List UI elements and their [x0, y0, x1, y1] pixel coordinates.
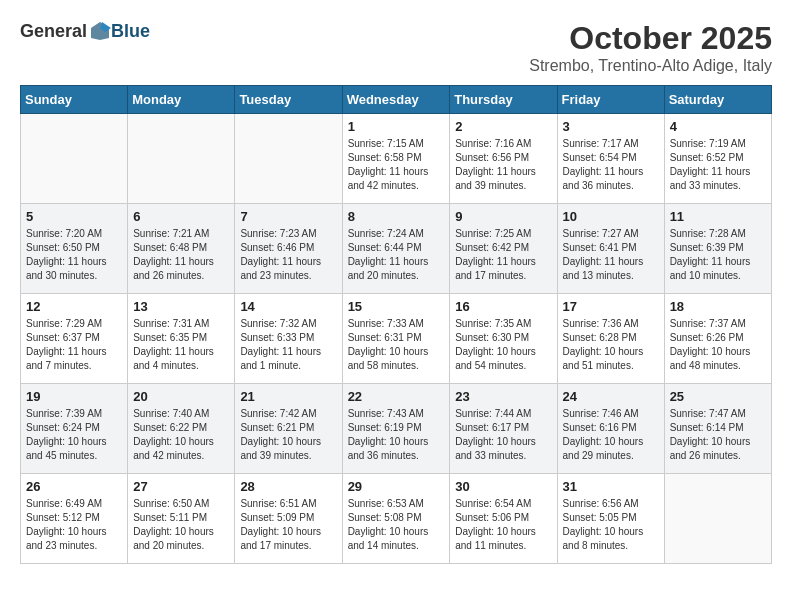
calendar-day-cell: 23Sunrise: 7:44 AM Sunset: 6:17 PM Dayli… [450, 384, 557, 474]
day-info: Sunrise: 7:47 AM Sunset: 6:14 PM Dayligh… [670, 407, 766, 463]
day-info: Sunrise: 6:49 AM Sunset: 5:12 PM Dayligh… [26, 497, 122, 553]
day-number: 11 [670, 209, 766, 224]
page-header: General Blue October 2025 Strembo, Trent… [20, 20, 772, 75]
calendar-day-cell: 20Sunrise: 7:40 AM Sunset: 6:22 PM Dayli… [128, 384, 235, 474]
calendar-day-cell: 4Sunrise: 7:19 AM Sunset: 6:52 PM Daylig… [664, 114, 771, 204]
month-title: October 2025 [529, 20, 772, 57]
calendar-day-cell: 16Sunrise: 7:35 AM Sunset: 6:30 PM Dayli… [450, 294, 557, 384]
day-info: Sunrise: 7:40 AM Sunset: 6:22 PM Dayligh… [133, 407, 229, 463]
day-number: 6 [133, 209, 229, 224]
day-info: Sunrise: 6:50 AM Sunset: 5:11 PM Dayligh… [133, 497, 229, 553]
day-number: 2 [455, 119, 551, 134]
calendar-day-cell: 5Sunrise: 7:20 AM Sunset: 6:50 PM Daylig… [21, 204, 128, 294]
day-number: 3 [563, 119, 659, 134]
calendar-day-cell: 18Sunrise: 7:37 AM Sunset: 6:26 PM Dayli… [664, 294, 771, 384]
day-number: 15 [348, 299, 445, 314]
day-info: Sunrise: 7:20 AM Sunset: 6:50 PM Dayligh… [26, 227, 122, 283]
day-info: Sunrise: 7:27 AM Sunset: 6:41 PM Dayligh… [563, 227, 659, 283]
day-info: Sunrise: 7:15 AM Sunset: 6:58 PM Dayligh… [348, 137, 445, 193]
day-number: 30 [455, 479, 551, 494]
calendar-week-row: 19Sunrise: 7:39 AM Sunset: 6:24 PM Dayli… [21, 384, 772, 474]
calendar-day-cell: 8Sunrise: 7:24 AM Sunset: 6:44 PM Daylig… [342, 204, 450, 294]
calendar-day-cell: 10Sunrise: 7:27 AM Sunset: 6:41 PM Dayli… [557, 204, 664, 294]
day-info: Sunrise: 7:36 AM Sunset: 6:28 PM Dayligh… [563, 317, 659, 373]
logo-blue: Blue [111, 21, 150, 42]
weekday-header: Friday [557, 86, 664, 114]
day-number: 14 [240, 299, 336, 314]
calendar-day-cell [664, 474, 771, 564]
calendar-day-cell: 24Sunrise: 7:46 AM Sunset: 6:16 PM Dayli… [557, 384, 664, 474]
day-info: Sunrise: 7:29 AM Sunset: 6:37 PM Dayligh… [26, 317, 122, 373]
day-info: Sunrise: 7:39 AM Sunset: 6:24 PM Dayligh… [26, 407, 122, 463]
day-info: Sunrise: 7:28 AM Sunset: 6:39 PM Dayligh… [670, 227, 766, 283]
calendar-table: SundayMondayTuesdayWednesdayThursdayFrid… [20, 85, 772, 564]
day-number: 8 [348, 209, 445, 224]
calendar-header-row: SundayMondayTuesdayWednesdayThursdayFrid… [21, 86, 772, 114]
day-info: Sunrise: 6:54 AM Sunset: 5:06 PM Dayligh… [455, 497, 551, 553]
logo: General Blue [20, 20, 150, 42]
day-info: Sunrise: 7:46 AM Sunset: 6:16 PM Dayligh… [563, 407, 659, 463]
logo-general: General [20, 21, 87, 42]
day-number: 18 [670, 299, 766, 314]
day-number: 7 [240, 209, 336, 224]
day-number: 16 [455, 299, 551, 314]
calendar-day-cell [21, 114, 128, 204]
calendar-day-cell: 26Sunrise: 6:49 AM Sunset: 5:12 PM Dayli… [21, 474, 128, 564]
location-title: Strembo, Trentino-Alto Adige, Italy [529, 57, 772, 75]
weekday-header: Wednesday [342, 86, 450, 114]
day-info: Sunrise: 7:25 AM Sunset: 6:42 PM Dayligh… [455, 227, 551, 283]
day-number: 28 [240, 479, 336, 494]
weekday-header: Tuesday [235, 86, 342, 114]
calendar-day-cell [235, 114, 342, 204]
weekday-header: Saturday [664, 86, 771, 114]
day-info: Sunrise: 7:42 AM Sunset: 6:21 PM Dayligh… [240, 407, 336, 463]
day-info: Sunrise: 7:19 AM Sunset: 6:52 PM Dayligh… [670, 137, 766, 193]
day-number: 13 [133, 299, 229, 314]
calendar-day-cell: 17Sunrise: 7:36 AM Sunset: 6:28 PM Dayli… [557, 294, 664, 384]
day-info: Sunrise: 7:21 AM Sunset: 6:48 PM Dayligh… [133, 227, 229, 283]
day-number: 23 [455, 389, 551, 404]
calendar-day-cell: 29Sunrise: 6:53 AM Sunset: 5:08 PM Dayli… [342, 474, 450, 564]
calendar-day-cell: 27Sunrise: 6:50 AM Sunset: 5:11 PM Dayli… [128, 474, 235, 564]
calendar-day-cell: 14Sunrise: 7:32 AM Sunset: 6:33 PM Dayli… [235, 294, 342, 384]
weekday-header: Thursday [450, 86, 557, 114]
calendar-day-cell: 30Sunrise: 6:54 AM Sunset: 5:06 PM Dayli… [450, 474, 557, 564]
calendar-week-row: 5Sunrise: 7:20 AM Sunset: 6:50 PM Daylig… [21, 204, 772, 294]
calendar-week-row: 26Sunrise: 6:49 AM Sunset: 5:12 PM Dayli… [21, 474, 772, 564]
day-number: 4 [670, 119, 766, 134]
calendar-week-row: 1Sunrise: 7:15 AM Sunset: 6:58 PM Daylig… [21, 114, 772, 204]
day-info: Sunrise: 6:53 AM Sunset: 5:08 PM Dayligh… [348, 497, 445, 553]
day-number: 10 [563, 209, 659, 224]
day-number: 22 [348, 389, 445, 404]
day-number: 9 [455, 209, 551, 224]
calendar-day-cell: 19Sunrise: 7:39 AM Sunset: 6:24 PM Dayli… [21, 384, 128, 474]
calendar-day-cell: 11Sunrise: 7:28 AM Sunset: 6:39 PM Dayli… [664, 204, 771, 294]
day-number: 19 [26, 389, 122, 404]
day-number: 26 [26, 479, 122, 494]
day-info: Sunrise: 7:35 AM Sunset: 6:30 PM Dayligh… [455, 317, 551, 373]
title-section: October 2025 Strembo, Trentino-Alto Adig… [529, 20, 772, 75]
calendar-day-cell: 15Sunrise: 7:33 AM Sunset: 6:31 PM Dayli… [342, 294, 450, 384]
calendar-day-cell: 13Sunrise: 7:31 AM Sunset: 6:35 PM Dayli… [128, 294, 235, 384]
day-info: Sunrise: 7:37 AM Sunset: 6:26 PM Dayligh… [670, 317, 766, 373]
calendar-day-cell: 28Sunrise: 6:51 AM Sunset: 5:09 PM Dayli… [235, 474, 342, 564]
day-number: 24 [563, 389, 659, 404]
calendar-day-cell: 2Sunrise: 7:16 AM Sunset: 6:56 PM Daylig… [450, 114, 557, 204]
calendar-day-cell: 6Sunrise: 7:21 AM Sunset: 6:48 PM Daylig… [128, 204, 235, 294]
day-number: 20 [133, 389, 229, 404]
calendar-day-cell: 7Sunrise: 7:23 AM Sunset: 6:46 PM Daylig… [235, 204, 342, 294]
calendar-day-cell: 3Sunrise: 7:17 AM Sunset: 6:54 PM Daylig… [557, 114, 664, 204]
day-info: Sunrise: 7:24 AM Sunset: 6:44 PM Dayligh… [348, 227, 445, 283]
day-number: 31 [563, 479, 659, 494]
calendar-day-cell: 25Sunrise: 7:47 AM Sunset: 6:14 PM Dayli… [664, 384, 771, 474]
day-info: Sunrise: 7:33 AM Sunset: 6:31 PM Dayligh… [348, 317, 445, 373]
day-number: 12 [26, 299, 122, 314]
calendar-day-cell: 22Sunrise: 7:43 AM Sunset: 6:19 PM Dayli… [342, 384, 450, 474]
day-info: Sunrise: 7:16 AM Sunset: 6:56 PM Dayligh… [455, 137, 551, 193]
logo-icon [89, 20, 111, 42]
calendar-day-cell: 31Sunrise: 6:56 AM Sunset: 5:05 PM Dayli… [557, 474, 664, 564]
day-number: 25 [670, 389, 766, 404]
day-number: 1 [348, 119, 445, 134]
day-number: 17 [563, 299, 659, 314]
day-number: 5 [26, 209, 122, 224]
